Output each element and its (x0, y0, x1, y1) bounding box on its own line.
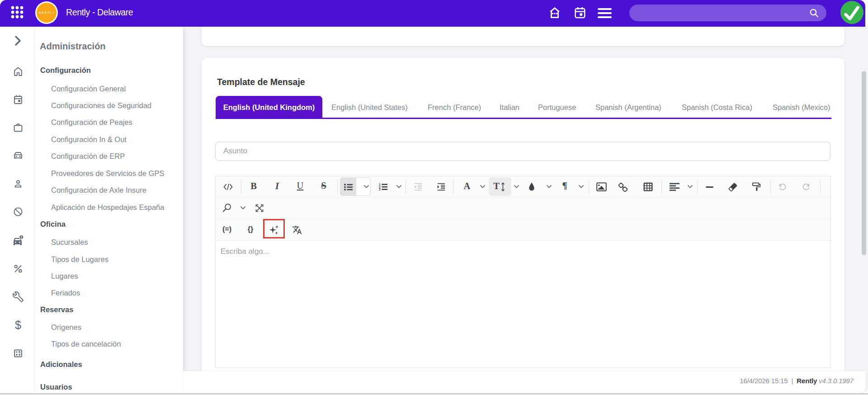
svg-text:3: 3 (379, 188, 381, 190)
